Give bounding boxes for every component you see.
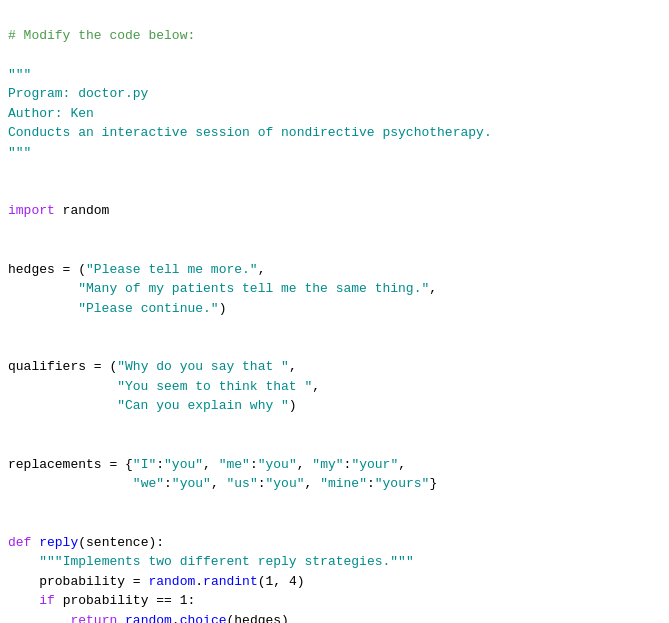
hedges-comma1: , <box>258 262 266 277</box>
hedges-str2: "Many of my patients tell me the same th… <box>78 281 429 296</box>
random-ref1: random <box>148 574 195 589</box>
qualifiers-str2: "You seem to think that " <box>117 379 312 394</box>
qualifiers-indent1 <box>8 379 117 394</box>
return-keyword1: return <box>70 613 117 624</box>
author-line: Author: Ken <box>8 106 94 121</box>
replacements-var: replacements <box>8 457 102 472</box>
if-indent <box>8 593 39 608</box>
rep-my-val: "your" <box>351 457 398 472</box>
rep-close: } <box>429 476 437 491</box>
hedges-var: hedges <box>8 262 55 277</box>
import-keyword: import <box>8 203 55 218</box>
rep-colon6: : <box>367 476 375 491</box>
return1-indent <box>8 613 70 624</box>
space2 <box>117 613 125 624</box>
hedges-indent1 <box>8 281 78 296</box>
blank-line-3 <box>8 340 16 355</box>
import-random: random <box>55 203 110 218</box>
blank-line-4 <box>8 437 16 452</box>
reply-docstring2: ""Implements two different reply strateg… <box>47 554 414 569</box>
rep-mine-val: "yours" <box>375 476 430 491</box>
hedges-str3: "Please continue." <box>78 301 218 316</box>
hedges-close: ) <box>219 301 227 316</box>
hedges-indent2 <box>8 301 78 316</box>
prob-var: probability <box>39 574 125 589</box>
rep-comma3: , <box>398 457 406 472</box>
if-cond: probability == 1: <box>55 593 195 608</box>
rep-me-key: "me" <box>219 457 250 472</box>
code-editor: # Modify the code below: """ Program: do… <box>0 0 669 623</box>
conducts-line: Conducts an interactive session of nondi… <box>8 125 492 140</box>
docstring-open: """ <box>8 67 31 82</box>
rep-me-val: "you" <box>258 457 297 472</box>
rep-comma2: , <box>297 457 313 472</box>
qualifiers-close: ) <box>289 398 297 413</box>
comment-modify: # Modify the code below: <box>8 28 195 43</box>
rep-we-val: "you" <box>172 476 211 491</box>
rep-us-val: "you" <box>266 476 305 491</box>
prob-eq: = <box>125 574 148 589</box>
choice-method1: choice <box>180 613 227 624</box>
rep-us-key: "us" <box>226 476 257 491</box>
if-keyword: if <box>39 593 55 608</box>
rep-colon2: : <box>250 457 258 472</box>
reply-docstring: " <box>39 554 47 569</box>
dot1: . <box>195 574 203 589</box>
qualifiers-str1: "Why do you say that " <box>117 359 289 374</box>
qualifiers-comma1: , <box>289 359 297 374</box>
program-line: Program: doctor.py <box>8 86 148 101</box>
reply-funcname: reply <box>39 535 78 550</box>
randint-args: (1, 4) <box>258 574 305 589</box>
replacements-eq: = { <box>102 457 133 472</box>
qualifiers-comma2: , <box>312 379 320 394</box>
hedges-eq: = ( <box>55 262 86 277</box>
rep-colon1: : <box>156 457 164 472</box>
rep-colon4: : <box>164 476 172 491</box>
rep-indent <box>8 476 133 491</box>
hedges-comma2: , <box>429 281 437 296</box>
rep-mine-key: "mine" <box>320 476 367 491</box>
choice-args1: (hedges) <box>226 613 288 624</box>
random-ref2: random <box>125 613 172 624</box>
rep-comma1: , <box>203 457 219 472</box>
rep-i-key: "I" <box>133 457 156 472</box>
docstring-close: """ <box>8 145 31 160</box>
rep-we-key: "we" <box>133 476 164 491</box>
rep-colon5: : <box>258 476 266 491</box>
rep-comma4: , <box>211 476 227 491</box>
def-keyword-reply: def <box>8 535 31 550</box>
randint-method: randint <box>203 574 258 589</box>
prob-indent <box>8 574 39 589</box>
dot2: . <box>172 613 180 624</box>
hedges-str1: "Please tell me more." <box>86 262 258 277</box>
qualifiers-var: qualifiers <box>8 359 86 374</box>
reply-params: (sentence): <box>78 535 164 550</box>
rep-i-val: "you" <box>164 457 203 472</box>
qualifiers-str3: "Can you explain why " <box>117 398 289 413</box>
reply-doc-indent <box>8 554 39 569</box>
blank-line-5 <box>8 515 16 530</box>
qualifiers-indent2 <box>8 398 117 413</box>
rep-my-key: "my" <box>312 457 343 472</box>
rep-comma5: , <box>305 476 321 491</box>
blank-line-1 <box>8 184 16 199</box>
blank-line-2 <box>8 242 16 257</box>
qualifiers-eq: = ( <box>86 359 117 374</box>
